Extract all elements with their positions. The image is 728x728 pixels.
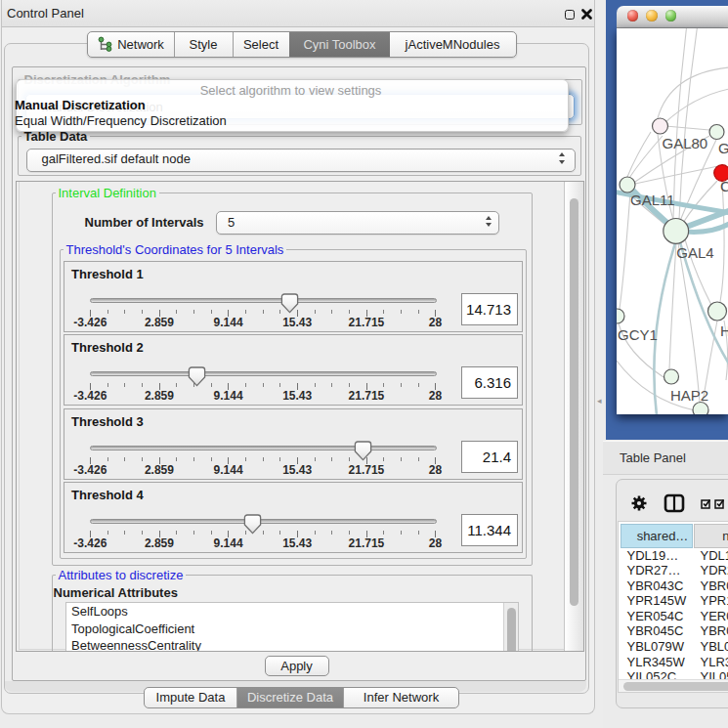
svg-text:GAL80: GAL80 bbox=[662, 134, 707, 150]
svg-text:HAP2: HAP2 bbox=[670, 386, 708, 403]
svg-text:CD: CD bbox=[720, 178, 728, 194]
svg-text:GAL11: GAL11 bbox=[630, 192, 675, 208]
svg-text:H: H bbox=[720, 322, 728, 339]
svg-text:GAL4: GAL4 bbox=[676, 243, 713, 260]
svg-text:GCY1: GCY1 bbox=[618, 325, 658, 342]
svg-text:GAL: GAL bbox=[718, 140, 728, 156]
